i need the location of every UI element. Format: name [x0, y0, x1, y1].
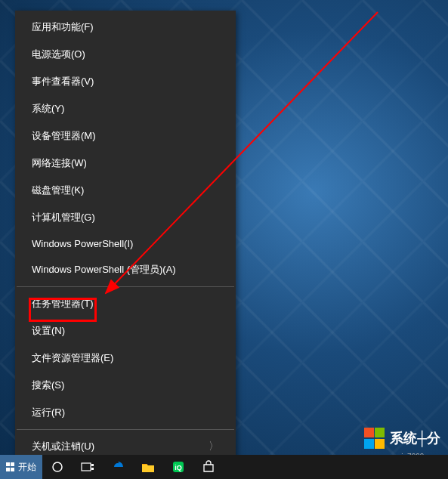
menu-item-event-viewer[interactable]: 事件查看器(V) — [15, 68, 236, 95]
folder-icon — [141, 462, 155, 473]
menu-item-task-manager[interactable]: 任务管理器(T) — [15, 290, 236, 317]
app-icon: iQ — [171, 460, 185, 474]
menu-item-powershell[interactable]: Windows PowerShell(I) — [15, 231, 236, 256]
menu-item-label: 事件查看器(V) — [32, 75, 94, 88]
menu-item-file-explorer[interactable]: 文件资源管理器(E) — [15, 345, 236, 372]
taskbar-icon-taskview[interactable] — [73, 455, 103, 479]
menu-item-device-manager[interactable]: 设备管理器(M) — [15, 122, 236, 150]
menu-separator — [17, 429, 234, 430]
menu-item-label: 计算机管理(G) — [32, 211, 95, 224]
svg-rect-3 — [82, 463, 91, 471]
menu-item-label: 应用和功能(F) — [32, 20, 94, 34]
menu-item-network-connections[interactable]: 网络连接(W) — [15, 150, 236, 177]
watermark-text: 系统┼分 — [390, 429, 440, 447]
menu-item-label: Windows PowerShell(I) — [32, 238, 133, 249]
menu-item-label: 电源选项(O) — [32, 48, 85, 61]
menu-separator — [17, 286, 234, 287]
taskview-icon — [81, 462, 94, 472]
menu-item-label: 设置(N) — [32, 324, 65, 338]
menu-item-apps-features[interactable]: 应用和功能(F) — [15, 14, 236, 41]
taskbar-icon-explorer[interactable] — [133, 455, 163, 479]
svg-text:iQ: iQ — [175, 464, 182, 471]
edge-icon — [111, 460, 125, 474]
menu-item-label: 运行(R) — [32, 406, 65, 419]
taskbar: 开始 iQ — [0, 455, 448, 479]
store-icon — [202, 460, 215, 474]
menu-item-label: 关机或注销(U) — [32, 440, 94, 453]
watermark-brand: 系统┼分 — [364, 428, 440, 449]
start-label: 开始 — [18, 461, 36, 474]
menu-item-run[interactable]: 运行(R) — [15, 399, 236, 426]
menu-item-label: 任务管理器(T) — [32, 297, 94, 311]
circle-icon — [51, 461, 63, 473]
svg-point-2 — [53, 462, 62, 471]
menu-item-settings[interactable]: 设置(N) — [15, 317, 236, 345]
taskbar-icon-store[interactable] — [193, 455, 224, 479]
windows-logo-icon — [364, 428, 385, 449]
menu-item-system[interactable]: 系统(Y) — [15, 95, 236, 122]
taskbar-icon-edge[interactable] — [103, 455, 133, 479]
menu-item-power-options[interactable]: 电源选项(O) — [15, 41, 236, 68]
menu-item-label: 文件资源管理器(E) — [32, 351, 113, 365]
menu-item-search[interactable]: 搜索(S) — [15, 372, 236, 399]
chevron-right-icon: 〉 — [209, 440, 219, 453]
menu-item-disk-management[interactable]: 磁盘管理(K) — [15, 177, 236, 204]
windows-start-icon — [6, 462, 15, 471]
svg-rect-5 — [91, 468, 94, 470]
menu-item-label: Windows PowerShell (管理员)(A) — [32, 263, 176, 277]
menu-item-label: 搜索(S) — [32, 379, 64, 392]
start-button[interactable]: 开始 — [0, 455, 42, 479]
taskbar-icon-app1[interactable]: iQ — [163, 455, 193, 479]
menu-item-powershell-admin[interactable]: Windows PowerShell (管理员)(A) — [15, 256, 236, 283]
menu-item-computer-management[interactable]: 计算机管理(G) — [15, 204, 236, 231]
menu-item-label: 设备管理器(M) — [32, 129, 96, 143]
svg-rect-4 — [91, 464, 94, 466]
menu-item-label: 网络连接(W) — [32, 156, 87, 170]
menu-item-label: 系统(Y) — [32, 102, 64, 116]
menu-item-label: 磁盘管理(K) — [32, 184, 84, 197]
winx-context-menu: 应用和功能(F) 电源选项(O) 事件查看器(V) 系统(Y) 设备管理器(M)… — [15, 11, 236, 479]
taskbar-icon-cortana[interactable] — [42, 455, 73, 479]
